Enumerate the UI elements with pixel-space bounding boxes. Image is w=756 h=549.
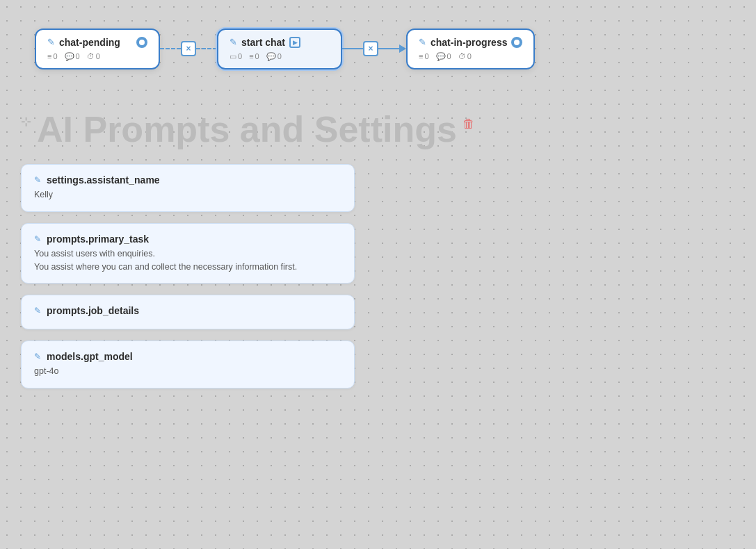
card-label-1: settings.assistant_name <box>47 174 160 186</box>
card-edit-icon-4: ✎ <box>34 352 41 361</box>
node-chat-in-progress[interactable]: ✎ chat-in-progress ≡ 0 💬 0 ⏱ 0 <box>406 28 535 69</box>
dashed-line-2 <box>196 48 217 49</box>
panel-title-row: ⊹ AI Prompts and Settings 🗑 <box>21 111 735 147</box>
move-icon[interactable]: ⊹ <box>21 114 31 129</box>
connector-2: × <box>342 41 406 56</box>
card-assistant-name[interactable]: ✎ settings.assistant_name Kelly <box>21 164 355 212</box>
solid-line-1 <box>342 48 363 49</box>
card-label-4: models.gpt_model <box>47 351 133 362</box>
card-value-4: gpt-4o <box>34 365 341 378</box>
stat-timer: ⏱ 0 <box>87 52 100 61</box>
delete-button[interactable]: 🗑 <box>463 117 475 131</box>
panel-title: AI Prompts and Settings <box>37 111 457 147</box>
node-start-chat[interactable]: ✎ start chat ▶ ▭ 0 ≡ 0 💬 0 <box>217 28 342 69</box>
stat-list-prog: ≡ 0 <box>419 52 429 61</box>
card-primary-task[interactable]: ✎ prompts.primary_task You assist users … <box>21 223 355 284</box>
flow-area: ✎ chat-pending ≡ 0 💬 0 ⏱ 0 × <box>0 0 756 97</box>
card-edit-icon-3: ✎ <box>34 306 41 316</box>
node-chat-pending[interactable]: ✎ chat-pending ≡ 0 💬 0 ⏱ 0 <box>35 28 160 69</box>
connector-x-2[interactable]: × <box>363 41 378 56</box>
card-gpt-model[interactable]: ✎ models.gpt_model gpt-4o <box>21 341 355 388</box>
panel-area: ⊹ AI Prompts and Settings 🗑 ✎ settings.a… <box>21 111 735 388</box>
node-progress-stats: ≡ 0 💬 0 ⏱ 0 <box>419 52 522 61</box>
node-pending-stats: ≡ 0 💬 0 ⏱ 0 <box>47 52 147 61</box>
card-edit-icon-1: ✎ <box>34 175 41 185</box>
stat-list-start: ≡ 0 <box>249 52 259 61</box>
card-edit-icon-2: ✎ <box>34 234 41 244</box>
dashed-line-1 <box>160 48 181 49</box>
edit-icon-pending: ✎ <box>47 37 55 47</box>
stat-chat-start: 💬 0 <box>266 52 282 61</box>
node-start-stats: ▭ 0 ≡ 0 💬 0 <box>230 52 330 61</box>
card-value-2: You assist users with enquiries.You assi… <box>34 247 341 274</box>
solid-line-2 <box>378 48 399 49</box>
card-job-details[interactable]: ✎ prompts.job_details <box>21 295 355 329</box>
card-label-2: prompts.primary_task <box>47 233 149 245</box>
connector-x-1[interactable]: × <box>181 41 196 56</box>
cards-area: ✎ settings.assistant_name Kelly ✎ prompt… <box>21 164 355 388</box>
card-value-1: Kelly <box>34 188 341 202</box>
connector-1: × <box>160 41 217 56</box>
node-progress-title: chat-in-progress <box>431 37 507 48</box>
node-pending-badge <box>136 37 147 48</box>
card-label-3: prompts.job_details <box>47 305 139 316</box>
arrow-right <box>399 44 406 53</box>
edit-icon-progress: ✎ <box>419 37 426 47</box>
play-icon: ▶ <box>289 37 300 48</box>
stat-chat: 💬 0 <box>65 52 80 61</box>
stat-rect: ▭ 0 <box>230 52 242 61</box>
node-pending-title: chat-pending <box>59 37 120 48</box>
edit-icon-start: ✎ <box>230 37 237 47</box>
node-progress-badge <box>511 37 522 48</box>
node-start-title: start chat <box>241 37 285 48</box>
stat-chat-prog: 💬 0 <box>436 52 451 61</box>
stat-list: ≡ 0 <box>47 52 58 61</box>
stat-timer-prog: ⏱ 0 <box>458 52 472 61</box>
